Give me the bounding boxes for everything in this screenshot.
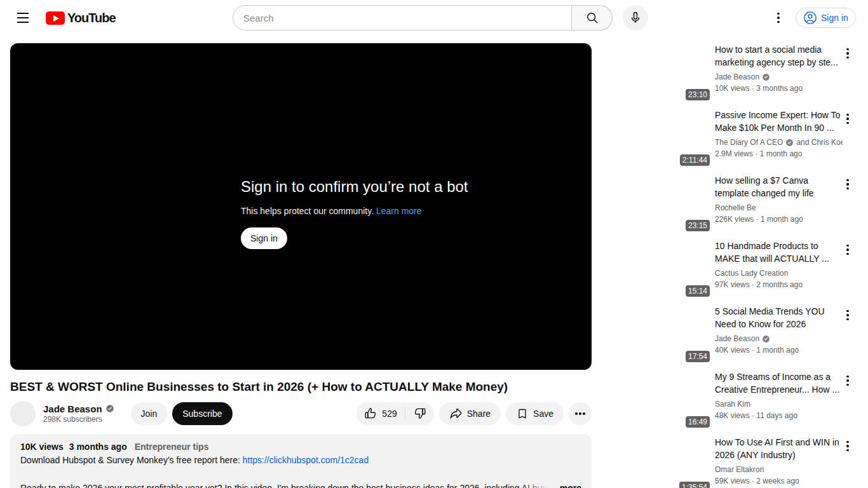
bot-check-heading: Sign in to confirm you’re not a bot (241, 178, 468, 196)
related-video-meta: 10K views · 3 months ago (715, 83, 843, 94)
video-thumbnail[interactable]: 2:11:44 (677, 109, 710, 166)
verified-icon (762, 335, 770, 343)
related-channel-extra: and Chris Koer... (796, 137, 843, 148)
related-video-item[interactable]: 17:54 5 Social Media Trends YOU Need to … (677, 305, 858, 363)
youtube-play-icon (46, 11, 65, 25)
related-channel-row[interactable]: Sarah Kim (715, 398, 843, 410)
learn-more-link[interactable]: Learn more (376, 206, 422, 216)
video-thumbnail[interactable]: 16:49 (677, 370, 710, 428)
related-video-title: How selling a $7 Canva template changed … (715, 174, 843, 200)
related-video-menu-button[interactable] (841, 46, 854, 61)
related-video-meta: 40K views · 1 month ago (715, 344, 843, 356)
related-video-item[interactable]: 1:35:54 How To Use AI First and WIN in 2… (677, 436, 858, 488)
header-signin-button[interactable]: Sign in (796, 8, 856, 28)
related-channel-row[interactable]: Jade Beason (715, 333, 843, 344)
video-text: Passive Income Expert: How To Make $10k … (715, 109, 843, 166)
duration-badge: 23:15 (686, 220, 710, 231)
related-channel-row[interactable]: The Diary Of A CEO and Chris Koer... (715, 137, 843, 148)
subscribe-button[interactable]: Subscribe (172, 402, 232, 425)
channel-name-row[interactable]: Jade Beason (43, 403, 114, 414)
verified-icon (105, 404, 114, 413)
kebab-icon (846, 376, 848, 377)
share-button[interactable]: Share (439, 402, 501, 425)
search-bar (233, 5, 613, 30)
kebab-icon (846, 441, 848, 443)
related-video-menu-button[interactable] (841, 111, 854, 126)
like-dislike-group: 529 (356, 402, 433, 425)
video-thumbnail[interactable]: 23:10 (677, 43, 710, 101)
duration-badge: 23:10 (686, 89, 710, 100)
video-thumbnail[interactable]: 15:14 (677, 240, 710, 297)
duration-badge: 2:11:44 (680, 154, 710, 166)
related-video-meta: 59K views · 2 weeks ago (715, 475, 843, 487)
save-label: Save (533, 409, 553, 419)
description-body: Ready to make 2026 your most profitable … (20, 483, 550, 488)
related-video-menu-button[interactable] (841, 438, 854, 454)
header-more-button[interactable] (766, 5, 791, 30)
person-icon (803, 11, 817, 25)
related-channel-name: Jade Beason (715, 71, 759, 83)
related-video-menu-button[interactable] (841, 308, 854, 323)
verified-icon (785, 139, 794, 147)
view-count: 10K views (20, 442, 64, 452)
description-intro: Download Hubspot & Survey Monkey's free … (20, 455, 240, 465)
share-icon (449, 407, 463, 420)
description-link[interactable]: https://clickhubspot.com/1c2cad (243, 455, 369, 465)
player-signin-button[interactable]: Sign in (241, 227, 287, 249)
top-bar: YouTube Sign in (0, 0, 868, 36)
related-video-title: How To Use AI First and WIN in 2026 (ANY… (715, 436, 843, 461)
related-video-item[interactable]: 15:14 10 Handmade Products to MAKE that … (677, 240, 858, 297)
join-button[interactable]: Join (131, 402, 168, 425)
video-text: 10 Handmade Products to MAKE that will A… (715, 240, 843, 297)
related-video-item[interactable]: 23:15 How selling a $7 Canva template ch… (677, 174, 858, 232)
related-video-meta: 48K views · 11 days ago (715, 410, 843, 421)
channel-row: Jade Beason 298K subscribers Join Subscr… (10, 401, 592, 426)
channel-avatar[interactable] (10, 401, 36, 426)
save-button[interactable]: Save (506, 402, 564, 425)
search-icon (585, 11, 599, 25)
kebab-icon (846, 310, 848, 312)
related-video-item[interactable]: 2:11:44 Passive Income Expert: How To Ma… (677, 109, 858, 166)
related-videos-sidebar: 23:10 How to start a social media market… (677, 43, 858, 488)
related-channel-row[interactable]: Jade Beason (715, 71, 843, 83)
video-thumbnail[interactable]: 17:54 (677, 305, 710, 363)
related-channel-row[interactable]: Rochelle Be (715, 202, 843, 214)
related-channel-row[interactable]: Cactus Lady Creation (715, 268, 843, 279)
duration-badge: 16:49 (686, 416, 710, 428)
related-video-item[interactable]: 23:10 How to start a social media market… (677, 43, 858, 101)
description-tag[interactable]: Entrepreneur tips (135, 442, 209, 452)
related-channel-name: Omar Eltakrori (715, 464, 764, 475)
video-more-button[interactable] (569, 402, 592, 425)
thumbs-up-icon (364, 407, 377, 420)
like-button[interactable]: 529 (356, 402, 404, 425)
header-signin-label: Sign in (821, 13, 848, 23)
kebab-icon (846, 114, 848, 116)
related-video-item[interactable]: 16:49 My 9 Streams of Income as a Creati… (677, 370, 858, 428)
related-channel-name: Cactus Lady Creation (715, 268, 788, 279)
mic-icon (628, 11, 642, 25)
duration-badge: 17:54 (686, 351, 710, 362)
video-thumbnail[interactable]: 23:15 (677, 174, 710, 232)
related-video-menu-button[interactable] (841, 177, 854, 192)
video-player[interactable]: Sign in to confirm you’re not a bot This… (10, 43, 592, 370)
upload-date: 3 months ago (69, 442, 127, 452)
mic-button[interactable] (623, 5, 648, 30)
like-count: 529 (382, 409, 397, 419)
search-button[interactable] (572, 5, 613, 30)
video-text: How To Use AI First and WIN in 2026 (ANY… (715, 436, 843, 488)
search-input[interactable] (233, 5, 572, 30)
subscriber-count: 298K subscribers (43, 415, 114, 424)
description-box[interactable]: 10K views 3 months ago Entrepreneur tips… (10, 434, 592, 488)
related-video-menu-button[interactable] (841, 242, 854, 257)
youtube-logo[interactable]: YouTube (46, 11, 116, 25)
related-channel-name: Rochelle Be (715, 202, 756, 214)
related-channel-row[interactable]: Omar Eltakrori (715, 464, 843, 475)
video-thumbnail[interactable]: 1:35:54 (677, 436, 710, 488)
related-video-meta: 226K views · 1 month ago (715, 214, 843, 225)
bookmark-icon (516, 407, 529, 420)
description-more-button[interactable]: ...more (552, 483, 581, 488)
related-video-meta: 97K views · 2 months ago (715, 279, 843, 290)
menu-icon[interactable] (10, 5, 36, 30)
related-video-menu-button[interactable] (841, 373, 854, 388)
dislike-button[interactable] (405, 402, 434, 425)
